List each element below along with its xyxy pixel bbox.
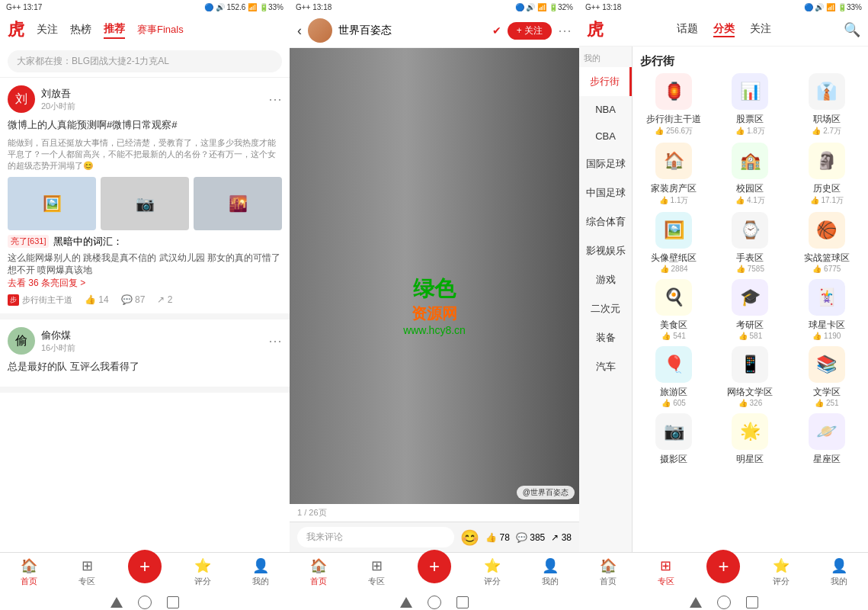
zone-card-13[interactable]: 📱网络文学区326 (715, 346, 785, 407)
plus-button-1[interactable]: + (128, 550, 162, 583)
nav-home-2[interactable]: 🏠 首页 (290, 557, 348, 587)
zone-name-14: 文学区 (813, 386, 841, 399)
more-icon-2[interactable]: ⋯ (268, 332, 282, 349)
share-count[interactable]: ↗ 38 (551, 532, 572, 543)
nav-plus-3[interactable]: + (695, 557, 753, 587)
more-icon-p2[interactable]: ⋯ (558, 22, 572, 39)
plus-button-2[interactable]: + (418, 550, 451, 583)
nav-item-follow[interactable]: 关注 (37, 21, 58, 38)
zone-icon-12: 🎈 (655, 346, 692, 383)
nav-rating-3[interactable]: ⭐ 评分 (752, 557, 810, 587)
p1-header: 虎 关注 热榜 推荐 赛事Finals 大家都在搜：BLG团战大捷2-1力克AL (0, 14, 290, 78)
zone-name-16: 明星区 (736, 453, 764, 466)
follow-button-2[interactable]: + 关注 (508, 22, 552, 40)
sidebar-item-7[interactable]: 游戏 (579, 265, 632, 294)
sidebar-item-0[interactable]: 步行街 (579, 67, 632, 96)
panel-3: G++ 13:18 🔵 🔊 📶 🔋33% 虎 话题 分类 关注 🔍 我的 步行街 (579, 0, 868, 610)
home-gesture-3[interactable] (717, 596, 731, 609)
sidebar-item-10[interactable]: 汽车 (579, 352, 632, 381)
zone-count-1: 1.8万 (735, 126, 765, 136)
zone-card-17[interactable]: 🪐星座区 (792, 413, 862, 466)
zone-card-6[interactable]: 🖼️头像壁纸区2884 (639, 212, 709, 273)
zone-card-4[interactable]: 🏫校园区4.1万 (715, 143, 785, 206)
p3-nav-topic[interactable]: 话题 (677, 22, 698, 37)
zone-card-15[interactable]: 📷摄影区 (639, 413, 709, 466)
zone-card-5[interactable]: 🗿历史区17.1万 (792, 143, 862, 206)
post-actions-1: 步 步行街主干道 👍 14 💬 87 ↗ 2 (8, 294, 282, 306)
back-gesture-2[interactable] (400, 597, 412, 608)
sidebar-item-4[interactable]: 中国足球 (579, 178, 632, 207)
nav-mine-2[interactable]: 👤 我的 (521, 557, 579, 587)
sidebar-item-3[interactable]: 国际足球 (579, 149, 632, 178)
nav-home-3[interactable]: 🏠 首页 (579, 557, 637, 587)
zone-icon-8: 🏀 (809, 212, 845, 249)
emoji-icon[interactable]: 😊 (460, 528, 479, 547)
zone-count-5: 17.1万 (810, 195, 844, 206)
zone-card-16[interactable]: 🌟明星区 (715, 413, 785, 466)
back-button-2[interactable]: ‹ (297, 23, 302, 39)
zone-card-14[interactable]: 📚文学区251 (792, 346, 862, 407)
sidebar-item-8[interactable]: 二次元 (579, 294, 632, 323)
sidebar-item-9[interactable]: 装备 (579, 323, 632, 352)
sidebar-item-1[interactable]: NBA (579, 96, 632, 123)
p3-nav-follow[interactable]: 关注 (750, 22, 771, 37)
zone-card-11[interactable]: 🃏球星卡区1190 (792, 279, 862, 340)
zone-name-12: 旅游区 (660, 386, 687, 399)
nav-zone-1[interactable]: ⊞ 专区 (58, 557, 116, 587)
zone-card-7[interactable]: ⌚手表区7585 (715, 212, 785, 273)
search-bar-1[interactable]: 大家都在搜：BLG团战大捷2-1力克AL (8, 50, 282, 72)
back-gesture-1[interactable] (111, 597, 123, 608)
post-subtext-1: 能做到，百且还挺放大事情，已经清楚，受教育了，这里多少我热度才能平息了？一个人都… (8, 137, 282, 172)
search-icon-3[interactable]: 🔍 (844, 21, 860, 38)
nav-zone-2[interactable]: ⊞ 专区 (348, 557, 405, 587)
recents-gesture-3[interactable] (746, 596, 758, 608)
comment-count[interactable]: 💬 385 (516, 532, 545, 543)
recents-gesture-1[interactable] (167, 596, 179, 608)
nav-rating-1[interactable]: ⭐ 评分 (174, 557, 232, 587)
shares-1[interactable]: ↗ 2 (157, 294, 172, 306)
sidebar-item-2[interactable]: CBA (579, 123, 632, 149)
zone-count-13: 326 (738, 399, 762, 407)
sidebar-item-6[interactable]: 影视娱乐 (579, 236, 632, 265)
nav-plus-1[interactable]: + (116, 557, 174, 587)
more-icon-1[interactable]: ⋯ (268, 91, 282, 108)
nav-plus-2[interactable]: + (405, 557, 463, 587)
see-more-1[interactable]: 去看 36 条亮回复 > (8, 277, 282, 290)
nav-zone-3[interactable]: ⊞ 专区 (637, 557, 695, 587)
zone-name-3: 家装房产区 (651, 182, 697, 195)
home-gesture-1[interactable] (138, 596, 152, 609)
sidebar-section-mine: 我的 (579, 47, 632, 67)
nav-mine-3[interactable]: 👤 我的 (810, 557, 868, 587)
gesture-bar-2 (290, 595, 579, 610)
plus-button-3[interactable]: + (706, 550, 740, 583)
zone-card-0[interactable]: 🏮步行街主干道256.6万 (639, 73, 709, 136)
home-gesture-2[interactable] (428, 596, 441, 609)
zone-card-10[interactable]: 🎓考研区581 (715, 279, 785, 340)
article-img-inner: @世界百姿态 (290, 48, 579, 147)
nav-item-recommend[interactable]: 推荐 (104, 21, 125, 39)
zone-card-3[interactable]: 🏠家装房产区1.1万 (639, 143, 709, 206)
post-text-2: 总是最好的队 互评么我看得了 (8, 359, 282, 374)
zone-card-2[interactable]: 👔职场区2.7万 (792, 73, 862, 136)
nav-item-hot[interactable]: 热榜 (70, 21, 91, 38)
nav-rating-2[interactable]: ⭐ 评分 (463, 557, 521, 587)
recents-gesture-2[interactable] (456, 596, 469, 608)
nav-item-esports[interactable]: 赛事Finals (137, 21, 184, 38)
verified-icon-2: ✔ (492, 24, 501, 37)
zone-card-1[interactable]: 📊股票区1.8万 (715, 73, 785, 136)
likes-1[interactable]: 👍 14 (85, 294, 109, 306)
nav-mine-1[interactable]: 👤 我的 (232, 557, 290, 587)
zone-card-9[interactable]: 🍳美食区541 (639, 279, 709, 340)
nav-home-1[interactable]: 🏠 首页 (0, 557, 58, 587)
back-gesture-3[interactable] (690, 597, 702, 608)
zone-card-8[interactable]: 🏀实战篮球区6775 (792, 212, 862, 273)
p3-nav-category[interactable]: 分类 (713, 22, 735, 37)
post-text-1: 微博上的人真能预测啊#微博日常观察# (8, 117, 282, 133)
comments-1[interactable]: 💬 87 (121, 294, 146, 306)
sidebar-item-5[interactable]: 综合体育 (579, 207, 632, 236)
zone-card-12[interactable]: 🎈旅游区605 (639, 346, 709, 407)
like-count[interactable]: 👍 78 (485, 532, 510, 543)
comment-input[interactable]: 我来评论 (297, 527, 454, 547)
post-images-1: 🖼️ 📷 🌇 (8, 177, 282, 230)
post-author-1: 刘放吾 (41, 87, 262, 101)
